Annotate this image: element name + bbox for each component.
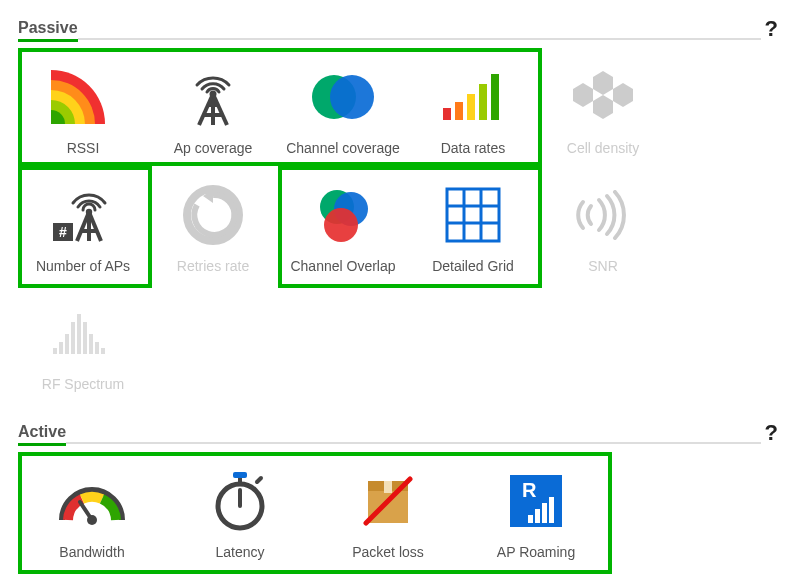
active-tiles-wrap: Bandwidth Latency	[18, 452, 782, 570]
tile-snr: SNR	[538, 166, 668, 284]
svg-text:#: #	[59, 224, 67, 240]
svg-marker-14	[573, 83, 593, 107]
svg-rect-36	[65, 334, 69, 354]
tile-label: Channel coverage	[286, 141, 400, 156]
svg-text:R: R	[522, 479, 537, 501]
svg-line-47	[257, 478, 261, 482]
tile-label: Retries rate	[177, 259, 249, 274]
tile-label: Bandwidth	[59, 545, 124, 560]
svg-marker-16	[593, 95, 613, 119]
svg-rect-45	[233, 472, 247, 478]
tile-label: Ap coverage	[174, 141, 253, 156]
snr-icon	[542, 172, 664, 259]
svg-marker-13	[593, 71, 613, 95]
passive-title: Passive	[18, 19, 78, 42]
passive-tiles-wrap: RSSI	[18, 48, 782, 402]
svg-rect-52	[384, 481, 392, 493]
svg-rect-56	[528, 515, 533, 523]
svg-rect-37	[71, 322, 75, 354]
gauge-icon	[22, 458, 162, 545]
tile-number-of-aps[interactable]: # Number of APs	[18, 166, 148, 284]
svg-line-2	[213, 94, 227, 125]
spectrum-icon	[22, 290, 144, 377]
svg-rect-39	[83, 322, 87, 354]
svg-rect-59	[549, 497, 554, 523]
tile-retries-rate: Retries rate	[148, 166, 278, 284]
svg-rect-34	[53, 348, 57, 354]
tile-channel-coverage[interactable]: Channel coverage	[278, 48, 408, 166]
svg-line-1	[199, 94, 213, 125]
svg-point-7	[330, 75, 374, 119]
tile-label: RF Spectrum	[42, 377, 124, 392]
venn-2-icon	[282, 54, 404, 141]
venn-3-icon	[282, 172, 404, 259]
active-header: Active ?	[18, 420, 782, 446]
help-icon[interactable]: ?	[761, 16, 782, 42]
tile-ap-roaming[interactable]: R AP Roaming	[462, 452, 610, 570]
signal-bars-icon	[412, 54, 534, 141]
section-rule	[66, 442, 761, 444]
grid-icon	[412, 172, 534, 259]
tile-rssi[interactable]: RSSI	[18, 48, 148, 166]
svg-rect-35	[59, 342, 63, 354]
tile-label: SNR	[588, 259, 618, 274]
active-title: Active	[18, 423, 66, 446]
stopwatch-icon	[170, 458, 310, 545]
svg-point-21	[86, 209, 92, 215]
tile-label: Cell density	[567, 141, 639, 156]
retry-icon	[152, 172, 274, 259]
svg-rect-29	[447, 189, 499, 241]
svg-rect-42	[101, 348, 105, 354]
tile-label: Channel Overlap	[290, 259, 395, 274]
tile-label: Packet loss	[352, 545, 424, 560]
svg-rect-57	[535, 509, 540, 523]
tile-cell-density: Cell density	[538, 48, 668, 166]
tile-data-rates[interactable]: Data rates	[408, 48, 538, 166]
tile-label: Latency	[215, 545, 264, 560]
tile-label: RSSI	[67, 141, 100, 156]
svg-rect-38	[77, 314, 81, 354]
svg-rect-58	[542, 503, 547, 523]
packet-loss-icon	[318, 458, 458, 545]
tile-channel-overlap[interactable]: Channel Overlap	[278, 166, 408, 284]
passive-header: Passive ?	[18, 16, 782, 42]
svg-rect-10	[467, 94, 475, 120]
tile-detailed-grid[interactable]: Detailed Grid	[408, 166, 538, 284]
antenna-signal-icon	[152, 54, 274, 141]
svg-point-5	[210, 91, 217, 98]
svg-rect-41	[95, 342, 99, 354]
help-icon[interactable]: ?	[761, 420, 782, 446]
svg-rect-12	[491, 74, 499, 120]
svg-marker-15	[613, 83, 633, 107]
passive-tiles: RSSI	[18, 48, 782, 402]
tile-bandwidth[interactable]: Bandwidth	[18, 452, 166, 570]
tile-label: AP Roaming	[497, 545, 575, 560]
tile-label: Detailed Grid	[432, 259, 514, 274]
active-tiles: Bandwidth Latency	[18, 452, 782, 570]
roaming-icon: R	[466, 458, 606, 545]
tile-label: Number of APs	[36, 259, 130, 274]
svg-line-44	[80, 502, 92, 520]
svg-rect-8	[443, 108, 451, 120]
svg-rect-40	[89, 334, 93, 354]
svg-rect-9	[455, 102, 463, 120]
tile-label: Data rates	[441, 141, 506, 156]
tile-ap-coverage[interactable]: Ap coverage	[148, 48, 278, 166]
svg-rect-11	[479, 84, 487, 120]
tile-latency[interactable]: Latency	[166, 452, 314, 570]
tile-rf-spectrum: RF Spectrum	[18, 284, 148, 402]
svg-point-28	[324, 208, 358, 242]
hex-cluster-icon	[542, 54, 664, 141]
tile-packet-loss[interactable]: Packet loss	[314, 452, 462, 570]
section-rule	[78, 38, 761, 40]
rssi-icon	[22, 54, 144, 141]
antenna-count-icon: #	[22, 172, 144, 259]
